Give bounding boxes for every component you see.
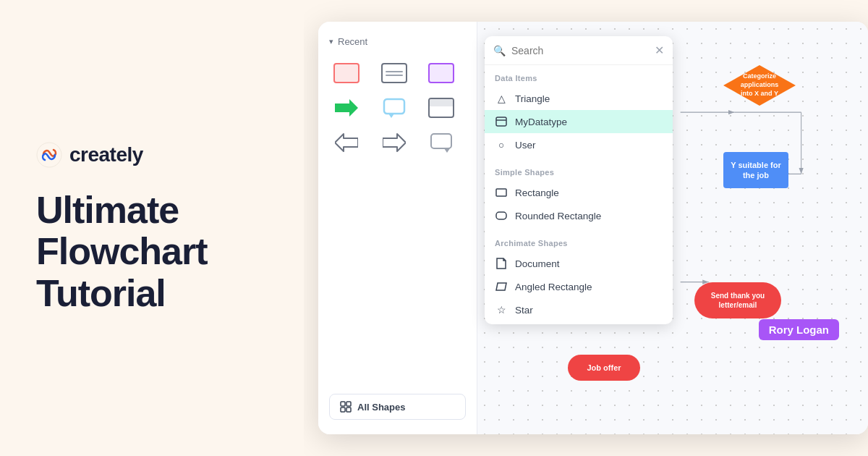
dropdown-mydatatype[interactable]: MyDatatype (485, 110, 673, 133)
triangle-icon: △ (495, 92, 508, 105)
headline: Ultimate Flowchart Tutorial (36, 190, 268, 314)
svg-point-0 (37, 143, 61, 167)
left-panel: creately Ultimate Flowchart Tutorial (0, 98, 304, 358)
shape-header-rect-item[interactable] (424, 93, 459, 122)
data-items-section: Data Items △ Triangle MyDatatype ○ User (485, 65, 673, 159)
dropdown-rectangle[interactable]: Rectangle (485, 181, 673, 204)
all-shapes-button[interactable]: All Shapes (329, 394, 466, 420)
shape-purple-rect-item[interactable] (424, 59, 459, 88)
logo-text: creately (69, 143, 143, 166)
dropdown-document[interactable]: Document (485, 252, 673, 275)
dropdown-rounded-rectangle[interactable]: Rounded Rectangle (485, 204, 673, 227)
svg-rect-15 (496, 212, 506, 219)
shape-right-arrow-item[interactable] (377, 128, 412, 157)
rounded-rectangle-label: Rounded Rectangle (515, 211, 601, 221)
headline-line3: Tutorial (36, 273, 268, 314)
svg-rect-14 (496, 189, 506, 196)
node-categorize[interactable]: Categorizeapplicationsinto X and Y (723, 65, 796, 106)
dropdown-user[interactable]: ○ User (485, 133, 673, 156)
shape-chat-item[interactable] (377, 93, 412, 122)
recent-label: Recent (329, 36, 466, 47)
svg-marker-3 (388, 114, 394, 118)
shape-pink-rect-item[interactable] (329, 59, 364, 88)
shape-lined-rect-item[interactable] (377, 59, 412, 88)
node-y-suitable[interactable]: Y suitable forthe job (723, 152, 788, 188)
simple-shapes-section: Simple Shapes Rectangle Rounded Rectangl… (485, 159, 673, 230)
document-label: Document (515, 258, 560, 269)
shape-left-arrow-item[interactable] (329, 128, 364, 157)
shape-lined-rect (381, 63, 407, 83)
dropdown-star[interactable]: ☆ Star (485, 298, 673, 321)
svg-marker-5 (383, 134, 406, 151)
rectangle-icon (495, 186, 508, 199)
right-panel: Recent (304, 0, 868, 456)
angled-rect-icon (495, 280, 508, 293)
mydatatype-icon (495, 115, 508, 128)
document-icon (495, 257, 508, 270)
chat-icon (383, 98, 406, 118)
svg-rect-8 (341, 402, 345, 406)
rounded-rect-icon (495, 209, 508, 222)
headline-line1: Ultimate (36, 190, 268, 231)
svg-marker-7 (444, 148, 450, 153)
search-box: 🔍 ✕ (485, 36, 673, 65)
node-job-offer[interactable]: Job offer (568, 355, 640, 381)
node-job-offer-text: Job offer (587, 363, 621, 373)
node-categorize-text: Categorizeapplicationsinto X and Y (741, 72, 779, 98)
angled-rectangle-label: Angled Rectangle (515, 282, 592, 292)
rory-logan-label[interactable]: Rory Logan (759, 319, 839, 340)
svg-rect-9 (346, 402, 351, 406)
svg-rect-11 (346, 408, 351, 412)
star-icon: ☆ (495, 303, 508, 316)
user-label: User (515, 140, 536, 151)
data-items-label: Data Items (485, 71, 673, 87)
green-arrow-icon (335, 98, 358, 118)
search-close-icon[interactable]: ✕ (655, 43, 664, 57)
logo: creately (36, 142, 268, 168)
rory-logan-text: Rory Logan (769, 324, 829, 336)
grid-icon (340, 401, 352, 413)
shape-purple-rect (428, 63, 454, 83)
triangle-label: Triangle (515, 93, 550, 104)
shapes-grid (329, 59, 466, 157)
archimate-section: Archimate Shapes Document Angled Rectang… (485, 230, 673, 324)
simple-shapes-label: Simple Shapes (485, 165, 673, 181)
creately-logo-icon (36, 142, 62, 168)
canvas-area: Recent (318, 22, 868, 434)
chat2-icon (430, 132, 453, 153)
all-shapes-label: All Shapes (357, 402, 405, 413)
svg-rect-2 (384, 99, 404, 114)
shape-green-arrow-item[interactable] (329, 93, 364, 122)
shapes-panel: Recent (318, 22, 477, 434)
search-input[interactable] (511, 45, 649, 56)
shape-chat2-item[interactable] (424, 128, 459, 157)
search-icon: 🔍 (493, 45, 506, 56)
search-dropdown: 🔍 ✕ Data Items △ Triangle MyDatatype ○ (485, 36, 673, 324)
svg-marker-4 (335, 134, 358, 151)
rectangle-label: Rectangle (515, 187, 559, 198)
svg-marker-1 (335, 99, 358, 117)
right-arrow-icon (383, 132, 406, 153)
dropdown-angled-rect[interactable]: Angled Rectangle (485, 275, 673, 298)
mydatatype-label: MyDatatype (515, 117, 567, 127)
shape-pink-rect (333, 63, 359, 83)
svg-rect-12 (496, 117, 506, 126)
node-send-thank-you[interactable]: Send thank youletter/email (694, 282, 781, 318)
svg-rect-10 (341, 408, 345, 412)
headline-line2: Flowchart (36, 231, 268, 272)
dropdown-triangle[interactable]: △ Triangle (485, 87, 673, 110)
node-send-thank-you-text: Send thank youletter/email (708, 288, 767, 313)
shape-header-rect (428, 98, 454, 118)
archimate-label: Archimate Shapes (485, 236, 673, 252)
star-label: Star (515, 305, 533, 316)
left-arrow-icon (335, 132, 358, 153)
node-y-suitable-text: Y suitable forthe job (731, 160, 780, 181)
user-icon: ○ (495, 138, 508, 151)
svg-rect-6 (431, 134, 451, 148)
